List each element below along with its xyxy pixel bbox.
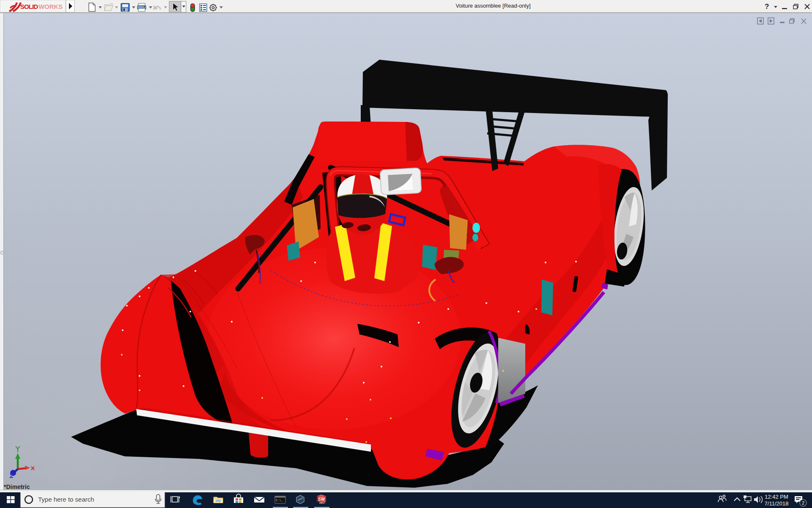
svg-text:C:\_: C:\_ — [276, 499, 283, 502]
svg-text:?: ? — [765, 3, 769, 11]
svg-text:*Dimetric: *Dimetric — [4, 483, 30, 490]
svg-text:12:42 PM: 12:42 PM — [765, 494, 788, 500]
svg-text:2: 2 — [802, 500, 804, 505]
svg-text:WORKS: WORKS — [38, 3, 63, 10]
svg-text:7/11/2018: 7/11/2018 — [765, 500, 789, 507]
svg-text:Type here to search: Type here to search — [38, 496, 94, 503]
svg-text:SOLID: SOLID — [20, 3, 38, 10]
svg-text:2017: 2017 — [319, 501, 326, 504]
